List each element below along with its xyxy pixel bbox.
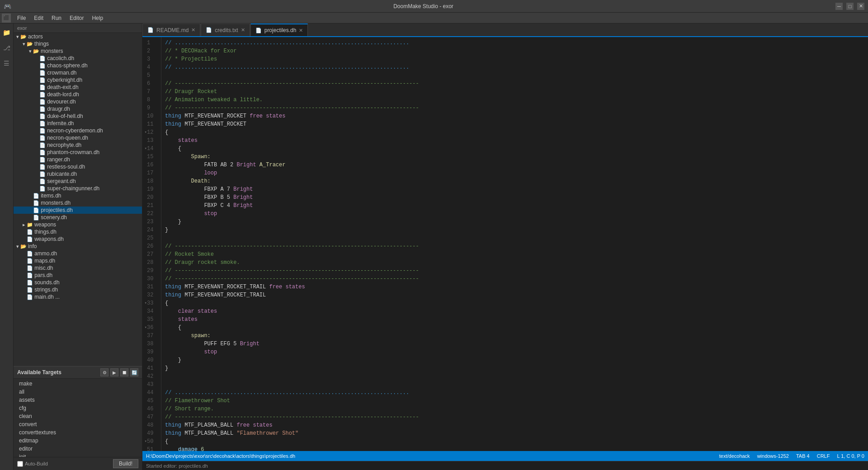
line-number: 32 xyxy=(142,291,158,299)
line-number: 5 xyxy=(142,71,158,80)
source-control-icon[interactable]: ⎇ xyxy=(1,42,12,53)
files-icon[interactable]: 📁 xyxy=(1,27,12,38)
status-language[interactable]: text/decohack xyxy=(719,453,750,459)
menu-run[interactable]: Run xyxy=(48,14,65,22)
targets-run-button[interactable]: ▶ xyxy=(110,368,118,376)
message-text: Started editor: projectiles.dh xyxy=(146,463,208,469)
tree-item[interactable]: 📄maps.dh xyxy=(14,257,142,264)
tree-item[interactable]: 📄chaos-sphere.dh xyxy=(14,62,142,69)
tree-item[interactable]: 📄ranger.dh xyxy=(14,156,142,163)
tabs-bar: 📄README.md✕📄credits.txt✕📄projectiles.dh✕ xyxy=(142,24,868,37)
tree-item[interactable]: ▸ 📁weapons xyxy=(14,221,142,228)
line-number: 34 xyxy=(142,307,158,315)
auto-build-label[interactable]: Auto-Build xyxy=(17,461,48,467)
tab-close-button[interactable]: ✕ xyxy=(299,28,303,33)
code-area[interactable]: // .....................................… xyxy=(161,37,868,451)
tree-item[interactable]: ▾ 📂actors xyxy=(14,33,142,40)
minimize-button[interactable]: ─ xyxy=(835,3,843,10)
close-button[interactable]: ✕ xyxy=(857,3,864,10)
tree-item[interactable]: 📄main.dh ... xyxy=(14,293,142,301)
tree-item[interactable]: 📄death-exit.dh xyxy=(14,84,142,91)
tree-item[interactable]: 📄items.dh xyxy=(14,192,142,199)
menu-file[interactable]: File xyxy=(14,14,29,22)
auto-build-checkbox[interactable] xyxy=(17,461,23,467)
tree-item[interactable]: 📄ammo.dh xyxy=(14,250,142,257)
targets-settings-button[interactable]: ⚙ xyxy=(100,368,108,376)
tree-item[interactable]: 📄devourer.dh xyxy=(14,98,142,105)
target-item[interactable]: cfg xyxy=(14,404,142,412)
tree-item[interactable]: 📄scenery.dh xyxy=(14,214,142,221)
editor-tab[interactable]: 📄projectiles.dh✕ xyxy=(250,24,308,36)
status-encoding[interactable]: windows-1252 xyxy=(757,453,789,459)
targets-stop-button[interactable]: 🔲 xyxy=(120,368,128,376)
target-item[interactable]: editmap xyxy=(14,437,142,445)
tree-item[interactable]: 📄necrophyte.dh xyxy=(14,141,142,149)
editor-tab[interactable]: 📄credits.txt✕ xyxy=(201,24,250,36)
build-button[interactable]: Build! xyxy=(113,459,138,468)
status-line-ending[interactable]: CRLF xyxy=(817,453,830,459)
tree-item[interactable]: ▾ 📂info xyxy=(14,243,142,250)
tree-item[interactable]: 📄super-chaingunner.dh xyxy=(14,185,142,192)
tree-item[interactable]: 📄strings.dh xyxy=(14,286,142,293)
target-item[interactable]: converttextures xyxy=(14,428,142,437)
tree-item[interactable]: 📄misc.dh xyxy=(14,264,142,272)
target-item[interactable]: assets xyxy=(14,396,142,404)
targets-list[interactable]: makeallassetscfgcleanconvertconverttextu… xyxy=(14,379,142,457)
tree-item[interactable]: 📄necron-queen.dh xyxy=(14,134,142,141)
tree-item[interactable]: 📄things.dh xyxy=(14,228,142,235)
code-line: damage 6 xyxy=(165,446,864,451)
tree-item[interactable]: 📄sergeant.dh xyxy=(14,178,142,185)
tab-close-button[interactable]: ✕ xyxy=(191,27,195,33)
tree-item[interactable]: 📄cyberknight.dh xyxy=(14,76,142,84)
tree-item[interactable]: 📄phantom-crowman.dh xyxy=(14,149,142,156)
editor-tab[interactable]: 📄README.md✕ xyxy=(142,24,200,36)
target-item[interactable]: all xyxy=(14,388,142,396)
tree-item[interactable]: 📄cacolich.dh xyxy=(14,55,142,62)
code-line xyxy=(165,381,864,389)
target-item[interactable]: convert xyxy=(14,420,142,428)
target-item[interactable]: init xyxy=(14,453,142,457)
menu-edit[interactable]: Edit xyxy=(30,14,47,22)
tree-item[interactable]: 📄rubicante.dh xyxy=(14,170,142,178)
code-line xyxy=(165,372,864,381)
tree-item[interactable]: 📄duke-of-hell.dh xyxy=(14,113,142,120)
target-item[interactable]: clean xyxy=(14,412,142,420)
code-line: // -------------------------------------… xyxy=(165,242,864,250)
file-tree-scroll[interactable]: ▾ 📂actors▾ 📂things▾ 📂monsters 📄cacolich.… xyxy=(14,33,142,366)
tree-item[interactable]: 📄crowman.dh xyxy=(14,69,142,76)
code-line: // -------------------------------------… xyxy=(165,80,864,88)
tree-item[interactable]: 📄infernite.dh xyxy=(14,120,142,127)
menu-editor[interactable]: Editor xyxy=(66,14,87,22)
target-item[interactable]: make xyxy=(14,380,142,388)
line-number: 30 xyxy=(142,275,158,283)
titlebar-title: DoomMake Studio - exor xyxy=(11,3,835,9)
tree-item[interactable]: 📄projectiles.dh xyxy=(14,207,142,214)
editor-area: 📄README.md✕📄credits.txt✕📄projectiles.dh✕… xyxy=(142,24,868,470)
line-number: 27 xyxy=(142,250,158,258)
code-line xyxy=(165,71,864,80)
code-line: // Flamethrower Shot xyxy=(165,397,864,405)
tree-item[interactable]: ▾ 📂things xyxy=(14,40,142,47)
status-indent[interactable]: TAB 4 xyxy=(796,453,810,459)
tab-close-button[interactable]: ✕ xyxy=(241,27,245,33)
line-number: 22 xyxy=(142,210,158,218)
tree-item[interactable]: 📄necron-cyberdemon.dh xyxy=(14,127,142,134)
tree-item[interactable]: 📄death-lord.dh xyxy=(14,91,142,98)
tree-item[interactable]: 📄restless-soul.dh xyxy=(14,163,142,170)
tree-item[interactable]: 📄weapons.dh xyxy=(14,235,142,243)
tree-item[interactable]: 📄pars.dh xyxy=(14,272,142,279)
line-number: 46 xyxy=(142,405,158,413)
tree-item[interactable]: 📄draugr.dh xyxy=(14,105,142,113)
line-number: 45 xyxy=(142,397,158,405)
tree-item[interactable]: ▾ 📂monsters xyxy=(14,47,142,55)
maximize-button[interactable]: □ xyxy=(846,3,854,10)
menu-icon[interactable]: ☰ xyxy=(1,58,12,69)
tree-item[interactable]: 📄monsters.dh xyxy=(14,199,142,207)
code-line: FBXP B 5 Bright xyxy=(165,193,864,202)
targets-refresh-button[interactable]: 🔄 xyxy=(130,368,138,376)
target-item[interactable]: editor xyxy=(14,445,142,453)
line-number: 11 xyxy=(142,120,158,128)
menu-help[interactable]: Help xyxy=(88,14,107,22)
code-line: } xyxy=(165,218,864,226)
tree-item[interactable]: 📄sounds.dh xyxy=(14,279,142,286)
